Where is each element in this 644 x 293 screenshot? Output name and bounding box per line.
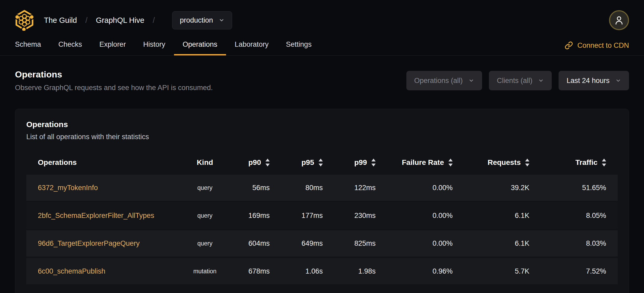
column-label: Requests <box>488 158 521 167</box>
cell-p90: 604ms <box>228 239 270 248</box>
operations-filter-dropdown[interactable]: Operations (all) <box>406 71 482 90</box>
cell-requests: 39.2K <box>453 184 529 192</box>
operations-table: Operations Kind p90 p95 p99 <box>26 152 618 284</box>
main-nav: Schema Checks Explorer History Operation… <box>0 32 644 56</box>
cell-kind: mutation <box>182 268 228 275</box>
column-label: Failure Rate <box>402 158 444 167</box>
breadcrumb-project[interactable]: GraphQL Hive <box>96 16 144 25</box>
column-label: Kind <box>197 158 213 167</box>
sort-icon[interactable] <box>319 159 323 166</box>
cell-traffic: 8.05% <box>529 212 606 220</box>
table-header-row: Operations Kind p90 p95 p99 <box>26 152 618 173</box>
table-row: 6c00_schemaPublish mutation 678ms 1.06s … <box>26 258 618 284</box>
tab-laboratory[interactable]: Laboratory <box>226 37 277 55</box>
cell-requests: 6.1K <box>453 239 529 248</box>
column-label: Operations <box>38 158 77 167</box>
sort-icon[interactable] <box>602 159 606 166</box>
operations-card: Operations List of all operations with t… <box>15 109 629 293</box>
table-row: 2bfc_SchemaExplorerFilter_AllTypes query… <box>26 202 618 229</box>
table-row: 6372_myTokenInfo query 56ms 80ms 122ms 0… <box>26 175 618 201</box>
cell-kind: query <box>182 240 228 247</box>
guild-hive-logo-icon[interactable] <box>15 10 34 31</box>
column-label: Traffic <box>575 158 597 167</box>
chevron-down-icon <box>219 17 224 23</box>
tab-settings[interactable]: Settings <box>277 37 320 55</box>
column-header-requests[interactable]: Requests <box>453 158 529 167</box>
cell-traffic: 8.03% <box>529 239 606 248</box>
page-title-block: Operations Observe GraphQL requests and … <box>15 69 213 92</box>
app-header: The Guild / GraphQL Hive / production <box>0 0 644 32</box>
page-subtitle: Observe GraphQL requests and see how the… <box>15 84 213 92</box>
chain-link-icon <box>565 41 573 50</box>
cell-p95: 1.06s <box>270 267 323 275</box>
breadcrumb-org[interactable]: The Guild <box>44 16 77 25</box>
breadcrumb-separator: / <box>85 16 88 25</box>
time-range-label: Last 24 hours <box>566 77 610 85</box>
operations-filter-label: Operations (all) <box>414 77 463 85</box>
column-header-p90[interactable]: p90 <box>228 158 270 167</box>
tab-operations[interactable]: Operations <box>174 37 226 55</box>
sort-icon[interactable] <box>448 159 453 166</box>
connect-to-cdn-link[interactable]: Connect to CDN <box>565 41 629 55</box>
chevron-down-icon <box>468 78 474 83</box>
cell-p90: 678ms <box>228 267 270 275</box>
page-title: Operations <box>15 69 213 80</box>
column-header-traffic[interactable]: Traffic <box>529 158 606 167</box>
cell-p99: 1.98s <box>323 267 376 275</box>
connect-to-cdn-label: Connect to CDN <box>577 41 629 50</box>
card-subtitle: List of all operations with their statis… <box>26 133 618 141</box>
page-head: Operations Observe GraphQL requests and … <box>15 69 629 92</box>
card-title: Operations <box>26 120 618 129</box>
operation-link[interactable]: 6c00_schemaPublish <box>38 267 105 275</box>
column-label: p95 <box>301 158 314 167</box>
column-header-kind: Kind <box>182 158 228 167</box>
tab-history[interactable]: History <box>135 37 174 55</box>
column-header-p95[interactable]: p95 <box>270 158 323 167</box>
column-label: p99 <box>354 158 367 167</box>
cell-p95: 649ms <box>270 239 323 248</box>
tab-explorer[interactable]: Explorer <box>91 37 135 55</box>
clients-filter-dropdown[interactable]: Clients (all) <box>489 71 552 90</box>
column-header-operations: Operations <box>38 158 182 167</box>
operation-link[interactable]: 96d6_TargetExplorerPageQuery <box>38 239 140 247</box>
column-header-p99[interactable]: p99 <box>323 158 376 167</box>
cell-kind: query <box>182 212 228 219</box>
cell-p99: 122ms <box>323 184 376 192</box>
cell-p95: 177ms <box>270 212 323 220</box>
tab-schema[interactable]: Schema <box>6 37 50 55</box>
cell-p90: 56ms <box>228 184 270 192</box>
sort-icon[interactable] <box>265 159 270 166</box>
column-label: p90 <box>248 158 261 167</box>
cell-traffic: 51.65% <box>529 184 606 192</box>
table-row: 96d6_TargetExplorerPageQuery query 604ms… <box>26 230 618 257</box>
cell-p90: 169ms <box>228 212 270 220</box>
clients-filter-label: Clients (all) <box>497 77 532 85</box>
chevron-down-icon <box>538 78 544 83</box>
cell-kind: query <box>182 184 228 191</box>
table-body: 6372_myTokenInfo query 56ms 80ms 122ms 0… <box>26 175 618 284</box>
cell-failure-rate: 0.00% <box>376 239 453 248</box>
cell-p99: 825ms <box>323 239 376 248</box>
tab-checks[interactable]: Checks <box>50 37 91 55</box>
column-header-failure-rate[interactable]: Failure Rate <box>376 158 453 167</box>
operation-link[interactable]: 6372_myTokenInfo <box>38 184 98 192</box>
cell-requests: 6.1K <box>453 212 529 220</box>
main-content: Operations Observe GraphQL requests and … <box>0 69 644 293</box>
user-menu-avatar[interactable] <box>609 10 629 30</box>
cell-p95: 80ms <box>270 184 323 192</box>
breadcrumb-separator: / <box>153 16 155 25</box>
user-icon <box>614 15 624 25</box>
time-range-dropdown[interactable]: Last 24 hours <box>559 71 629 90</box>
target-selector-dropdown[interactable]: production <box>172 11 232 29</box>
operation-link[interactable]: 2bfc_SchemaExplorerFilter_AllTypes <box>38 212 154 219</box>
cell-traffic: 7.52% <box>529 267 606 275</box>
cell-p99: 230ms <box>323 212 376 220</box>
cell-requests: 5.7K <box>453 267 529 275</box>
filters-bar: Operations (all) Clients (all) Last 24 h… <box>406 71 629 90</box>
sort-icon[interactable] <box>371 159 376 166</box>
chevron-down-icon <box>615 78 621 83</box>
cell-failure-rate: 0.00% <box>376 212 453 220</box>
cell-failure-rate: 0.00% <box>376 184 453 192</box>
cell-failure-rate: 0.96% <box>376 267 453 275</box>
sort-icon[interactable] <box>525 159 529 166</box>
